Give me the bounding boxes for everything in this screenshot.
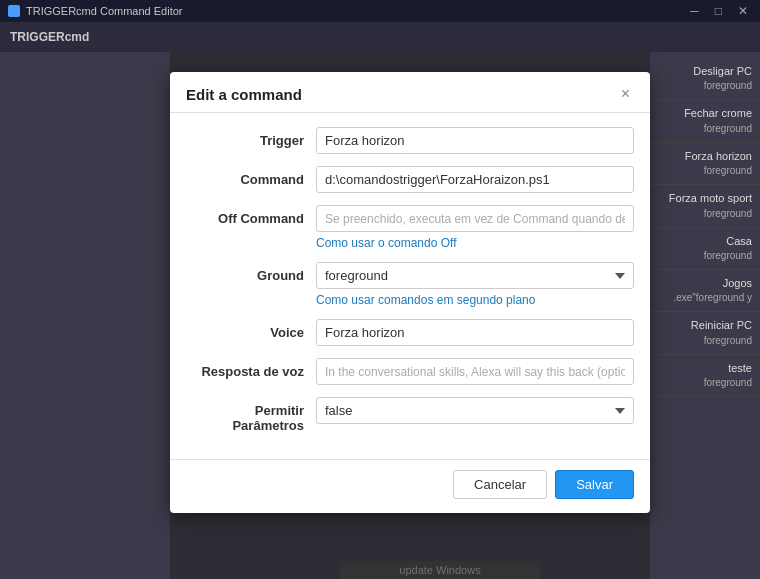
trigger-input[interactable] bbox=[316, 127, 634, 154]
item-name: teste bbox=[658, 361, 752, 376]
item-sub: foreground bbox=[658, 334, 752, 348]
item-sub: foreground bbox=[658, 164, 752, 178]
list-item[interactable]: Fechar crome foreground bbox=[650, 100, 760, 142]
ground-link[interactable]: Como usar comandos em segundo plano bbox=[316, 293, 634, 307]
app-icon bbox=[8, 5, 20, 17]
list-item[interactable]: teste foreground bbox=[650, 355, 760, 397]
app-header: TRIGGERcmd bbox=[0, 22, 760, 52]
item-sub: .exe"foreground y bbox=[658, 291, 752, 305]
voice-label: Voice bbox=[186, 319, 316, 340]
voice-response-row: Resposta de voz bbox=[186, 358, 634, 385]
item-name: Casa bbox=[658, 234, 752, 249]
close-window-button[interactable]: ✕ bbox=[734, 4, 752, 18]
off-command-control: Como usar o comando Off bbox=[316, 205, 634, 250]
trigger-label: Trigger bbox=[186, 127, 316, 148]
command-row: Command bbox=[186, 166, 634, 193]
cancel-button[interactable]: Cancelar bbox=[453, 470, 547, 499]
command-control bbox=[316, 166, 634, 193]
off-command-link[interactable]: Como usar o comando Off bbox=[316, 236, 634, 250]
center-area: desligar PC Edit a command × Trigger bbox=[170, 52, 650, 579]
save-button[interactable]: Salvar bbox=[555, 470, 634, 499]
voice-response-label: Resposta de voz bbox=[186, 358, 316, 379]
list-item[interactable]: Jogos .exe"foreground y bbox=[650, 270, 760, 312]
ground-label: Ground bbox=[186, 262, 316, 283]
list-item[interactable]: Casa foreground bbox=[650, 228, 760, 270]
list-item[interactable]: Reiniciar PC foreground bbox=[650, 312, 760, 354]
permitir-row: Permitir Parâmetros false true bbox=[186, 397, 634, 433]
command-label: Command bbox=[186, 166, 316, 187]
modal-backdrop: Edit a command × Trigger Command bbox=[170, 52, 650, 579]
permitir-control: false true bbox=[316, 397, 634, 424]
item-sub: foreground bbox=[658, 207, 752, 221]
app-header-label: TRIGGERcmd bbox=[10, 30, 89, 44]
dialog-header: Edit a command × bbox=[170, 72, 650, 113]
main-area: desligar PC Edit a command × Trigger bbox=[0, 52, 760, 579]
dialog-footer: Cancelar Salvar bbox=[170, 459, 650, 513]
trigger-row: Trigger bbox=[186, 127, 634, 154]
voice-response-input[interactable] bbox=[316, 358, 634, 385]
list-item[interactable]: Desligar PC foreground bbox=[650, 58, 760, 100]
ground-control: foreground background Como usar comandos… bbox=[316, 262, 634, 307]
dialog-title: Edit a command bbox=[186, 86, 302, 103]
item-name: Fechar crome bbox=[658, 106, 752, 121]
ground-select[interactable]: foreground background bbox=[316, 262, 634, 289]
list-item[interactable]: Forza moto sport foreground bbox=[650, 185, 760, 227]
maximize-button[interactable]: □ bbox=[711, 4, 726, 18]
off-command-label: Off Command bbox=[186, 205, 316, 226]
voice-input[interactable] bbox=[316, 319, 634, 346]
item-name: Reiniciar PC bbox=[658, 318, 752, 333]
permitir-select[interactable]: false true bbox=[316, 397, 634, 424]
right-panel: Desligar PC foreground Fechar crome fore… bbox=[650, 52, 760, 579]
trigger-control bbox=[316, 127, 634, 154]
voice-control bbox=[316, 319, 634, 346]
minimize-button[interactable]: ─ bbox=[686, 4, 703, 18]
left-panel bbox=[0, 52, 170, 579]
permitir-label: Permitir Parâmetros bbox=[186, 397, 316, 433]
title-bar-text: TRIGGERcmd Command Editor bbox=[26, 5, 182, 17]
item-sub: foreground bbox=[658, 79, 752, 93]
off-command-row: Off Command Como usar o comando Off bbox=[186, 205, 634, 250]
item-name: Forza horizon bbox=[658, 149, 752, 164]
title-bar: TRIGGERcmd Command Editor ─ □ ✕ bbox=[0, 0, 760, 22]
command-input[interactable] bbox=[316, 166, 634, 193]
item-name: Jogos bbox=[658, 276, 752, 291]
item-name: Desligar PC bbox=[658, 64, 752, 79]
dialog-body: Trigger Command Off Comman bbox=[170, 113, 650, 459]
item-sub: foreground bbox=[658, 249, 752, 263]
off-command-input[interactable] bbox=[316, 205, 634, 232]
item-name: Forza moto sport bbox=[658, 191, 752, 206]
list-item[interactable]: Forza horizon foreground bbox=[650, 143, 760, 185]
dialog-close-button[interactable]: × bbox=[617, 84, 634, 104]
voice-row: Voice bbox=[186, 319, 634, 346]
ground-row: Ground foreground background Como usar c… bbox=[186, 262, 634, 307]
voice-response-control bbox=[316, 358, 634, 385]
title-bar-controls: ─ □ ✕ bbox=[686, 4, 752, 18]
item-sub: foreground bbox=[658, 122, 752, 136]
item-sub: foreground bbox=[658, 376, 752, 390]
edit-command-dialog: Edit a command × Trigger Command bbox=[170, 72, 650, 513]
